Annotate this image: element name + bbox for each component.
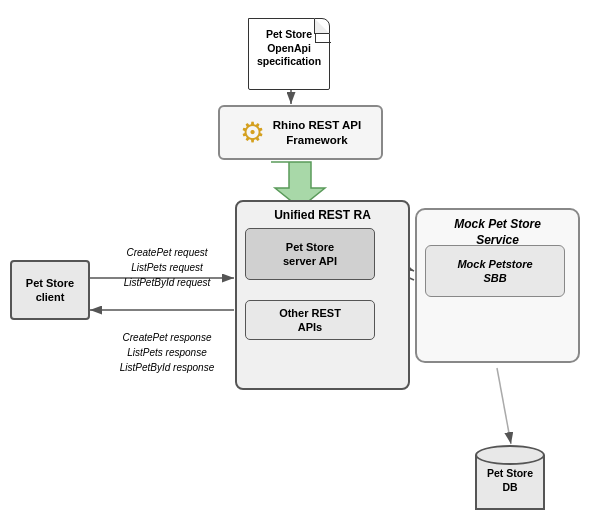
svg-line-9 (497, 368, 511, 444)
response-line2: ListPets response (102, 345, 232, 360)
other-apis-box: Other RESTAPIs (245, 300, 375, 340)
request-line3: ListPetById request (102, 275, 232, 290)
response-line1: CreatePet response (102, 330, 232, 345)
request-labels: CreatePet request ListPets request ListP… (102, 245, 232, 290)
server-api-box: Pet Storeserver API (245, 228, 375, 280)
doc-title: Pet StoreOpenApispecification (248, 28, 330, 69)
client-label: Pet Storeclient (26, 276, 74, 305)
framework-box: ⚙ Rhino REST APIFramework (218, 105, 383, 160)
pet-store-db: Pet StoreDB (475, 445, 545, 515)
client-box: Pet Storeclient (10, 260, 90, 320)
request-line2: ListPets request (102, 260, 232, 275)
mock-sbb-box: Mock PetstoreSBB (425, 245, 565, 297)
diagram: Pet StoreOpenApispecification ⚙ Rhino RE… (0, 0, 606, 531)
svg-line-10 (497, 368, 505, 444)
other-apis-label: Other RESTAPIs (279, 306, 341, 335)
request-line1: CreatePet request (102, 245, 232, 260)
response-labels: CreatePet response ListPets response Lis… (102, 330, 232, 375)
db-top (475, 445, 545, 465)
response-line3: ListPetById response (102, 360, 232, 375)
unified-label: Unified REST RA (237, 202, 408, 226)
framework-label: Rhino REST APIFramework (273, 118, 361, 148)
openapi-spec-document: Pet StoreOpenApispecification (248, 10, 338, 90)
server-api-label: Pet Storeserver API (283, 240, 337, 269)
gear-icon: ⚙ (240, 116, 265, 149)
mock-sbb-label: Mock PetstoreSBB (457, 257, 532, 286)
db-label: Pet StoreDB (475, 467, 545, 494)
